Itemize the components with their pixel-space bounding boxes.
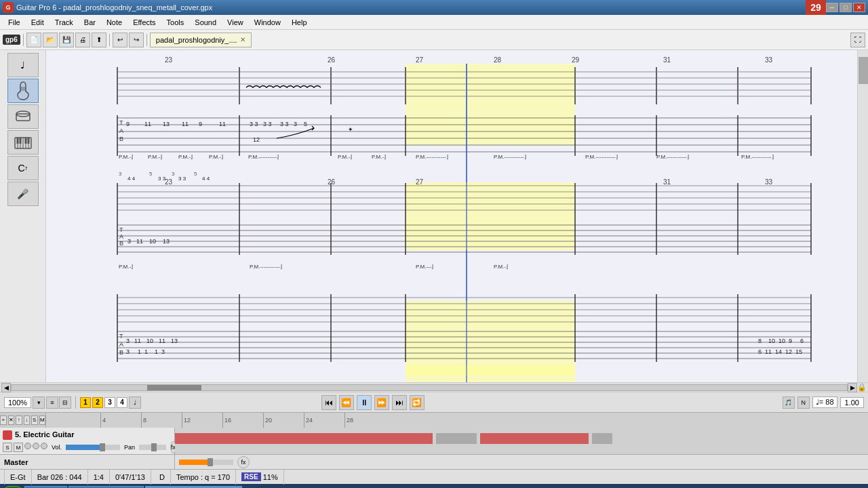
svg-text:A: A (119, 341, 123, 348)
menu-effects[interactable]: Effects (127, 15, 161, 30)
master-fx-button[interactable]: fx (237, 456, 250, 468)
drum-icon[interactable] (7, 104, 39, 129)
close-button[interactable]: ✕ (853, 3, 865, 12)
mute-button[interactable]: M (14, 443, 23, 452)
track-color-indicator (3, 430, 12, 440)
menu-edit[interactable]: Edit (26, 15, 50, 30)
svg-text:3: 3 (294, 121, 297, 127)
menu-note[interactable]: Note (101, 15, 127, 30)
solo-button[interactable]: S (3, 443, 12, 452)
menu-file[interactable]: File (3, 15, 26, 30)
fast-forward-button[interactable]: ⏩ (374, 395, 389, 410)
svg-text:11: 11 (182, 121, 189, 127)
window-title: Guitar Pro 6 - padal_proshlogodniy_sneq_… (16, 3, 803, 12)
menu-window[interactable]: Window (249, 15, 286, 30)
undo-button[interactable]: ↩ (113, 33, 127, 47)
horizontal-scrollbar[interactable]: ◀ ▶ 🔒 (0, 382, 868, 392)
mic-icon[interactable]: 🎤 (7, 182, 39, 206)
minimize-button[interactable]: ─ (826, 3, 838, 12)
add-track-button[interactable]: + (0, 415, 7, 425)
metronome-toggle[interactable]: 🎵 (783, 396, 795, 409)
tab-file[interactable]: padal_proshlogodniy_.... ✕ (150, 33, 252, 47)
svg-text:13: 13 (163, 121, 170, 127)
maximize-button[interactable]: □ (840, 3, 852, 12)
track-segments[interactable] (175, 428, 868, 454)
svg-text:3: 3 (161, 348, 165, 355)
loop-button[interactable]: 🔁 (410, 395, 425, 410)
track-indicator-2 (33, 443, 39, 449)
svg-text:15: 15 (795, 348, 802, 355)
menu-bar[interactable]: Bar (79, 15, 101, 30)
count-in-button[interactable]: N (797, 396, 810, 409)
beat-3-button[interactable]: 3 (104, 397, 115, 408)
new-button[interactable]: 📄 (26, 33, 41, 47)
track-down-button[interactable]: ↓ (24, 415, 31, 425)
scroll-thumb[interactable] (147, 385, 201, 390)
menu-view[interactable]: View (222, 15, 249, 30)
fullscreen-button[interactable]: ⛶ (850, 33, 865, 47)
track-settings-button[interactable]: S (31, 415, 38, 425)
chord-icon[interactable]: C7 (7, 156, 39, 180)
track-header: 5. Electric Guitar (3, 429, 172, 441)
svg-text:33: 33 (765, 178, 773, 186)
menu-help[interactable]: Help (286, 15, 313, 30)
scroll-right-button[interactable]: ▶ (848, 383, 857, 392)
scrollbar-thumb[interactable] (859, 57, 868, 84)
beat-2-button[interactable]: 2 (92, 397, 103, 408)
redo-button[interactable]: ↪ (129, 33, 144, 47)
upload-button[interactable]: ⬆ (92, 33, 106, 47)
menu-track[interactable]: Track (50, 15, 79, 30)
piano-icon[interactable] (7, 130, 39, 155)
pan-slider[interactable] (139, 445, 166, 450)
open-button[interactable]: 📂 (43, 33, 58, 47)
volume-slider[interactable] (66, 445, 120, 450)
scroll-track[interactable] (11, 384, 848, 391)
svg-text:8: 8 (758, 338, 762, 344)
svg-text:P.M.-⌋: P.M.-⌋ (119, 264, 133, 270)
track-mute-button[interactable]: M (39, 415, 46, 425)
menu-sound[interactable]: Sound (189, 15, 222, 30)
master-volume-slider[interactable] (179, 460, 233, 465)
ruler-spacer (46, 413, 100, 428)
guitar-icon[interactable] (7, 79, 39, 103)
note-icon[interactable]: ♩ (7, 53, 39, 77)
rewind-button[interactable]: ⏪ (339, 395, 354, 410)
svg-rect-3 (16, 114, 30, 121)
print-button[interactable]: 🖨 (75, 33, 90, 47)
view-toggle[interactable]: ≡ ⊟ (46, 396, 71, 409)
master-volume-knob[interactable] (208, 458, 213, 466)
score-area[interactable]: 23 26 27 28 29 31 33 (46, 50, 857, 382)
pause-button[interactable]: ⏸ (357, 395, 372, 410)
view-mode-button[interactable]: ⊟ (59, 396, 71, 409)
svg-text:33: 33 (765, 56, 773, 64)
svg-text:3 3: 3 3 (250, 121, 258, 127)
view-notation-button[interactable]: ≡ (46, 396, 58, 409)
zoom-down-button[interactable]: ▾ (33, 396, 45, 409)
beat-4-button[interactable]: 4 (117, 397, 127, 408)
svg-text:P.M.-⌋: P.M.-⌋ (494, 264, 508, 270)
expand-icon[interactable]: ⛶ (850, 33, 865, 47)
save-button[interactable]: 💾 (59, 33, 74, 47)
scroll-left-button[interactable]: ◀ (1, 383, 11, 392)
svg-text:P.M.-----------⌋: P.M.-----------⌋ (250, 264, 282, 270)
svg-text:11: 11 (765, 348, 772, 355)
svg-text:26: 26 (328, 56, 336, 64)
controls-separator (75, 396, 76, 409)
volume-knob[interactable] (100, 443, 105, 451)
rewind-to-start-button[interactable]: ⏮ (321, 395, 336, 410)
svg-text:4 4: 4 4 (202, 176, 210, 182)
metronome-button[interactable]: ♩ (129, 396, 141, 409)
remove-track-button[interactable]: ✕ (8, 415, 15, 425)
track-up-button[interactable]: ↑ (16, 415, 22, 425)
tab-close-icon[interactable]: ✕ (240, 36, 245, 43)
svg-rect-14 (27, 138, 29, 144)
svg-text:P.M.---⌋: P.M.---⌋ (416, 264, 433, 270)
rse-status: RSE 11% (236, 470, 284, 485)
svg-text:9: 9 (789, 338, 792, 344)
end-button[interactable]: ⏭ (392, 395, 407, 410)
vertical-scrollbar[interactable] (857, 50, 868, 382)
beat-1-button[interactable]: 1 (80, 397, 91, 408)
svg-text:B: B (119, 136, 123, 142)
pan-knob[interactable] (151, 443, 157, 451)
menu-tools[interactable]: Tools (161, 15, 190, 30)
